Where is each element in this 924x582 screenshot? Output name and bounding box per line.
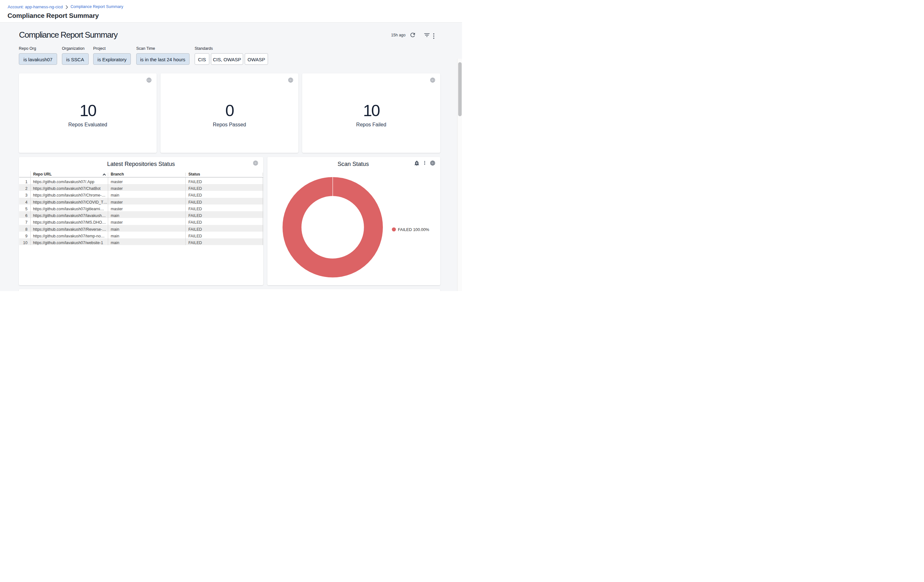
svg-text:FAILED 100.00%: FAILED 100.00% [398,227,429,232]
